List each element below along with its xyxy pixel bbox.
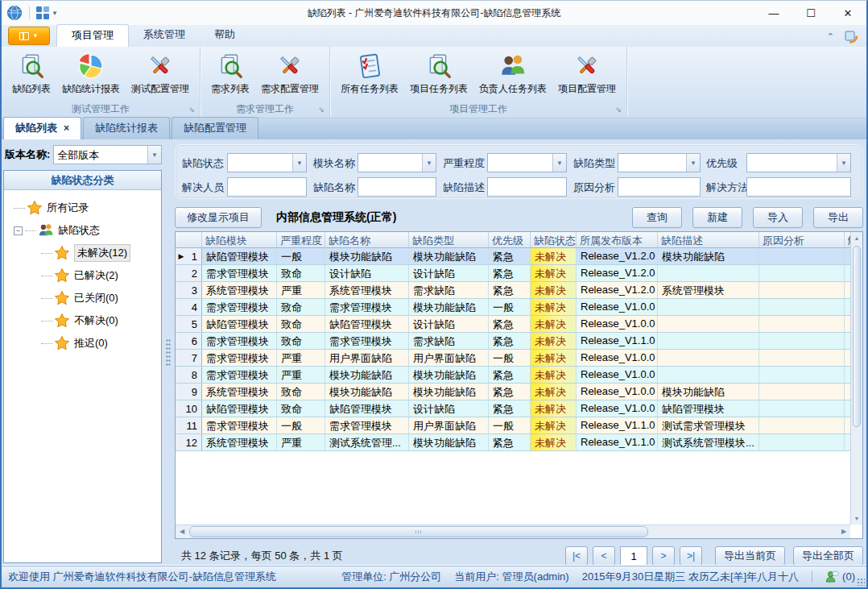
table-row[interactable]: 7需求管理模块严重用户界面缺陷用户界面缺陷一般未解决Release_V1.0.0 [176, 350, 850, 367]
table-row[interactable]: ▶1缺陷管理模块一般模块功能缺陷模块功能缺陷紧急未解决Release_V1.2.… [176, 248, 850, 265]
grid-column-header[interactable]: 所属发布版本 [577, 232, 658, 247]
toolbar-action-button[interactable]: 导出 [813, 207, 863, 228]
ribbon-button[interactable]: 缺陷统计报表 [56, 50, 126, 97]
export-all-pages-button[interactable]: 导出全部页 [793, 546, 863, 566]
vertical-scroll-thumb[interactable] [853, 246, 861, 427]
tree-item[interactable]: 未解决(12) [9, 242, 159, 264]
chevron-down-icon[interactable]: ▼ [686, 154, 700, 172]
vertical-scrollbar[interactable]: ▲ ▼ [850, 232, 862, 525]
filter-text-input[interactable] [227, 177, 307, 197]
grid-column-header[interactable]: 严重程度 [277, 232, 325, 247]
close-button[interactable]: ✕ [829, 1, 866, 25]
table-row[interactable]: 12系统管理模块严重测试系统管理...模块功能缺陷紧急未解决Release_V1… [176, 434, 850, 451]
toolbar-action-button[interactable]: 查询 [632, 207, 682, 228]
resize-grip-icon[interactable] [857, 578, 865, 586]
page-number-input[interactable] [620, 546, 647, 566]
application-menu-button[interactable]: ▼ [8, 27, 50, 45]
tree-item[interactable]: 已解决(2) [9, 264, 159, 287]
collapse-ribbon-icon[interactable]: ⌃ [827, 31, 834, 42]
table-row[interactable]: 4需求管理模块致命需求管理模块模块功能缺陷一般未解决Release_V1.0.0 [176, 299, 850, 316]
chevron-down-icon[interactable]: ▼ [147, 146, 161, 164]
scroll-down-icon[interactable]: ▼ [851, 512, 862, 525]
filter-text-input[interactable] [746, 177, 851, 197]
document-tab[interactable]: 缺陷配置管理 [172, 117, 258, 139]
table-row[interactable]: 2需求管理模块致命设计缺陷设计缺陷紧急未解决Release_V1.2.0 [176, 265, 850, 282]
ribbon-tab[interactable]: 帮助 [200, 24, 250, 47]
filter-text-input[interactable] [487, 177, 567, 197]
grid-column-header[interactable]: 解决 [845, 232, 850, 247]
filter-combobox[interactable]: ▼ [746, 153, 851, 172]
ribbon-button[interactable]: 缺陷列表 [6, 50, 56, 97]
collapse-expander-icon[interactable]: − [14, 226, 23, 235]
ribbon-button[interactable]: 所有任务列表 [335, 50, 404, 97]
tree-item[interactable]: 所有记录 [9, 197, 159, 219]
filter-combobox[interactable]: ▼ [227, 153, 307, 172]
toolbar-action-button[interactable]: 新建 [692, 207, 742, 228]
row-indicator: ▶1 [176, 248, 202, 264]
dialog-launcher-icon[interactable]: ⇘ [615, 106, 622, 114]
chevron-down-icon[interactable]: ▼ [292, 154, 306, 172]
close-tab-icon[interactable]: × [64, 122, 69, 134]
last-page-button[interactable]: >| [680, 546, 702, 566]
table-row[interactable]: 9系统管理模块致命模块功能缺陷模块功能缺陷紧急未解决Release_V1.0.0… [176, 384, 850, 400]
table-row[interactable]: 5缺陷管理模块致命缺陷管理模块设计缺陷紧急未解决Release_V1.0.0 [176, 316, 850, 333]
minimize-button[interactable]: — [755, 1, 792, 25]
filter-text-input[interactable] [358, 177, 436, 197]
style-switcher-icon[interactable] [844, 29, 858, 44]
tree-item[interactable]: 推迟(0) [9, 332, 159, 355]
table-row[interactable]: 3系统管理模块严重系统管理模块需求缺陷紧急未解决Release_V1.2.0系统… [176, 282, 850, 299]
horizontal-scroll-thumb[interactable] [189, 526, 648, 537]
grid-column-header[interactable]: 缺陷名称 [325, 232, 409, 247]
tree-item[interactable]: 已关闭(0) [9, 287, 159, 309]
table-row[interactable]: 8需求管理模块严重模块功能缺陷模块功能缺陷紧急未解决Release_V1.0.0 [176, 367, 850, 384]
table-row[interactable]: 6需求管理模块致命需求管理模块需求缺陷紧急未解决Release_V1.1.0 [176, 333, 850, 350]
splitter-handle[interactable] [163, 139, 173, 565]
export-current-page-button[interactable]: 导出当前页 [715, 546, 785, 566]
ribbon-button[interactable]: 项目任务列表 [404, 50, 473, 97]
scroll-up-icon[interactable]: ▲ [851, 232, 862, 244]
tree-item-label: 已关闭(0) [74, 291, 118, 305]
chevron-down-icon[interactable]: ▼ [552, 154, 566, 172]
online-users-indicator[interactable]: (0) [825, 570, 855, 583]
filter-text-input[interactable] [618, 177, 701, 197]
tree-guide-line [41, 298, 52, 299]
document-tab[interactable]: 缺陷统计报表 [83, 117, 170, 139]
ribbon-button[interactable]: 需求列表 [205, 50, 255, 97]
horizontal-scrollbar[interactable]: ◀ ▶ [176, 525, 850, 538]
grid-column-header[interactable]: 缺陷状态 [531, 232, 577, 247]
ribbon-button[interactable]: 测试配置管理 [126, 50, 195, 97]
filter-combobox[interactable]: ▼ [618, 153, 701, 172]
next-page-button[interactable]: > [652, 546, 675, 566]
filter-combobox[interactable]: ▼ [358, 153, 436, 172]
ribbon-button[interactable]: 需求配置管理 [255, 50, 324, 97]
ribbon-button[interactable]: 负责人任务列表 [473, 50, 552, 97]
table-row[interactable]: 10缺陷管理模块致命缺陷管理模块设计缺陷紧急未解决Release_V1.0.0缺… [176, 400, 850, 417]
quick-access-menu[interactable]: ▼ [36, 6, 58, 19]
scroll-right-icon[interactable]: ▶ [837, 525, 850, 538]
dialog-launcher-icon[interactable]: ⇘ [318, 106, 324, 114]
filter-combobox[interactable]: ▼ [487, 153, 567, 172]
prev-page-button[interactable]: < [593, 546, 615, 566]
ribbon-button[interactable]: 项目配置管理 [552, 50, 622, 97]
table-cell: 需求管理模块 [325, 417, 409, 433]
document-tab[interactable]: 缺陷列表× [3, 117, 81, 139]
chevron-down-icon[interactable]: ▼ [837, 154, 850, 172]
grid-column-header[interactable]: 缺陷模块 [202, 232, 277, 247]
ribbon-tab[interactable]: 系统管理 [129, 24, 200, 47]
grid-column-header[interactable]: 原因分析 [759, 232, 845, 247]
table-row[interactable]: 11需求管理模块一般需求管理模块用户界面缺陷一般未解决Release_V1.1.… [176, 417, 850, 434]
version-combobox[interactable]: 全部版本 ▼ [53, 145, 162, 164]
maximize-button[interactable]: ☐ [792, 1, 829, 25]
ribbon-tab[interactable]: 项目管理 [56, 24, 129, 47]
grid-column-header[interactable]: 缺陷类型 [409, 232, 489, 247]
tree-item[interactable]: −缺陷状态 [9, 219, 159, 242]
first-page-button[interactable]: |< [565, 546, 588, 566]
dialog-launcher-icon[interactable]: ⇘ [188, 106, 195, 114]
grid-column-header[interactable]: 缺陷描述 [658, 232, 759, 247]
grid-column-header[interactable]: 优先级 [489, 232, 531, 247]
chevron-down-icon[interactable]: ▼ [422, 154, 436, 172]
tree-item[interactable]: 不解决(0) [9, 309, 159, 332]
scroll-left-icon[interactable]: ◀ [176, 525, 188, 538]
modify-columns-button[interactable]: 修改显示项目 [175, 207, 262, 228]
toolbar-action-button[interactable]: 导入 [753, 207, 803, 228]
